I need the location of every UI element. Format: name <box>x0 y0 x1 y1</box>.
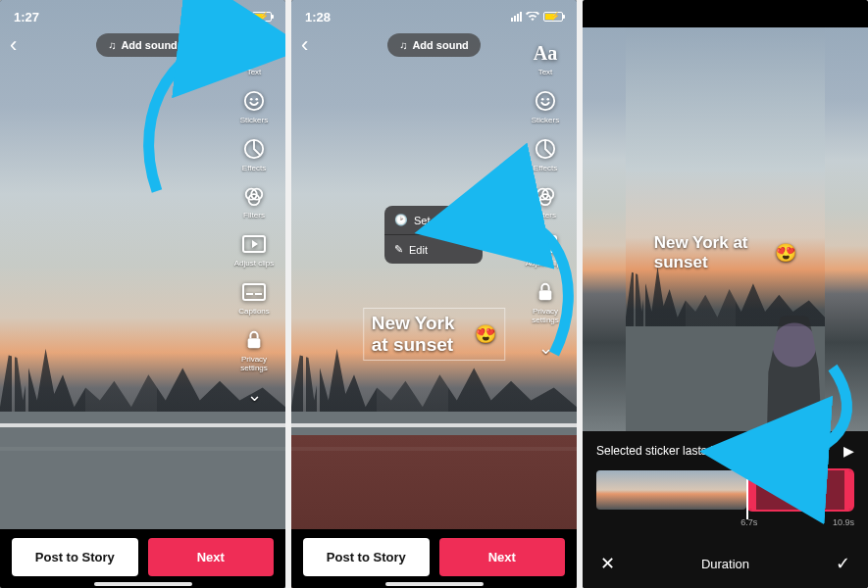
add-sound-label: Add sound <box>121 39 177 51</box>
duration-info-text: Selected sticker lasts for 4.2s <box>596 444 749 458</box>
svg-rect-20 <box>539 290 552 300</box>
cancel-button[interactable]: ✕ <box>600 553 615 574</box>
home-indicator <box>94 582 192 586</box>
wifi-icon <box>234 12 248 22</box>
bottom-bar: Post to Story Next <box>0 529 285 588</box>
status-bar: 1:27 ⚡ <box>0 0 285 27</box>
tool-effects[interactable]: Effects <box>522 135 569 173</box>
svg-rect-11 <box>248 338 261 348</box>
adjust-clips-icon <box>240 230 268 258</box>
panel-3-duration-editor: New York at sunset 😍 Selected sticker la… <box>583 0 868 588</box>
lock-icon <box>240 326 268 354</box>
svg-point-1 <box>250 98 253 101</box>
text-overlay: New York at sunset 😍 <box>654 233 797 272</box>
stickers-icon <box>532 87 559 115</box>
status-icons: ⚡ <box>511 12 563 22</box>
post-to-story-button[interactable]: Post to Story <box>12 538 138 576</box>
svg-rect-9 <box>246 293 253 295</box>
expand-tools-button[interactable]: ⌄ <box>538 337 553 359</box>
add-sound-label: Add sound <box>412 39 468 51</box>
post-to-story-button[interactable]: Post to Story <box>303 538 430 576</box>
confirm-button[interactable]: ✓ <box>836 553 850 574</box>
svg-point-12 <box>536 92 554 110</box>
lock-icon <box>532 278 559 306</box>
text-icon: Aa <box>240 39 268 67</box>
next-button[interactable]: Next <box>148 538 275 576</box>
svg-point-13 <box>541 98 544 101</box>
add-sound-button[interactable]: ♫ Add sound <box>387 33 481 57</box>
effects-icon <box>240 135 268 163</box>
tool-filters[interactable]: Filters <box>522 182 569 220</box>
wifi-icon <box>526 12 539 22</box>
tool-privacy[interactable]: Privacy settings <box>230 326 278 373</box>
status-time: 1:27 <box>14 10 39 24</box>
add-sound-button[interactable]: ♫ Add sound <box>96 33 189 57</box>
effects-icon <box>532 135 559 163</box>
text-icon: Aa <box>532 39 559 67</box>
adjust-clips-icon <box>532 230 559 258</box>
svg-rect-8 <box>243 284 265 300</box>
status-icons: ⚡ <box>220 12 272 22</box>
next-button[interactable]: Next <box>439 538 566 576</box>
duration-panel: Selected sticker lasts for 4.2s ▶ 6.7s 1… <box>583 431 868 588</box>
text-context-popover: 🕑 Set duration ✎ Edit <box>384 206 483 264</box>
tool-stickers[interactable]: Stickers <box>230 87 278 125</box>
tool-adjust-clips[interactable]: Adjust clips <box>522 230 569 269</box>
tool-captions[interactable]: Captions <box>230 278 278 317</box>
stickers-icon <box>240 87 268 115</box>
status-time: 1:28 <box>305 10 331 24</box>
music-note-icon: ♫ <box>108 39 116 51</box>
tool-adjust-clips[interactable]: Adjust clips <box>230 230 278 269</box>
status-bar: 1:28 ⚡ <box>291 0 577 27</box>
tool-privacy[interactable]: Privacy settings <box>522 278 569 325</box>
svg-point-14 <box>546 98 549 101</box>
filters-icon <box>532 182 559 210</box>
play-button[interactable]: ▶ <box>843 443 854 459</box>
heart-eyes-emoji-icon: 😍 <box>775 242 796 264</box>
expand-tools-button[interactable]: ⌄ <box>247 384 262 406</box>
tool-text[interactable]: AaText <box>230 39 278 77</box>
popover-edit[interactable]: ✎ Edit <box>384 235 483 264</box>
selection-range-handle[interactable] <box>746 468 854 512</box>
panel-1-edit-screen: 1:27 ⚡ ‹ ♫ Add sound AaText Stickers Eff… <box>0 0 285 588</box>
svg-point-2 <box>255 98 258 101</box>
timeline-thumbnails <box>596 470 746 510</box>
panel-2-text-context-menu: 1:28 ⚡ ‹ ♫ Add sound AaText Stickers Eff… <box>291 0 577 588</box>
tool-rail: AaText Stickers Effects Filters Adjust c… <box>230 39 278 406</box>
bottom-bar: Post to Story Next <box>291 529 577 588</box>
heart-eyes-emoji-icon: 😍 <box>475 323 496 345</box>
battery-icon: ⚡ <box>543 12 563 22</box>
battery-icon: ⚡ <box>252 12 272 22</box>
signal-icon <box>511 12 522 22</box>
edit-icon: ✎ <box>394 243 403 256</box>
home-indicator <box>385 582 484 586</box>
playhead[interactable] <box>746 466 748 519</box>
svg-rect-10 <box>255 293 262 295</box>
tool-effects[interactable]: Effects <box>230 135 278 173</box>
tool-text[interactable]: AaText <box>522 39 569 77</box>
music-note-icon: ♫ <box>399 39 407 51</box>
tool-rail: AaText Stickers Effects Filters Adjust c… <box>522 39 569 359</box>
tool-filters[interactable]: Filters <box>230 182 278 220</box>
back-button[interactable]: ‹ <box>10 32 17 58</box>
signal-icon <box>220 12 230 22</box>
timeline[interactable] <box>596 466 854 515</box>
filters-icon <box>240 182 268 210</box>
time-labels: 6.7s 10.9s <box>596 517 854 529</box>
popover-set-duration[interactable]: 🕑 Set duration <box>384 206 483 234</box>
svg-point-0 <box>245 92 263 110</box>
text-overlay[interactable]: New York at sunset 😍 <box>363 308 506 361</box>
back-button[interactable]: ‹ <box>301 32 308 58</box>
panel-title: Duration <box>701 557 749 571</box>
clock-icon: 🕑 <box>394 214 408 226</box>
video-preview-cropped <box>583 27 868 431</box>
tool-stickers[interactable]: Stickers <box>522 87 569 125</box>
captions-icon <box>240 278 268 306</box>
